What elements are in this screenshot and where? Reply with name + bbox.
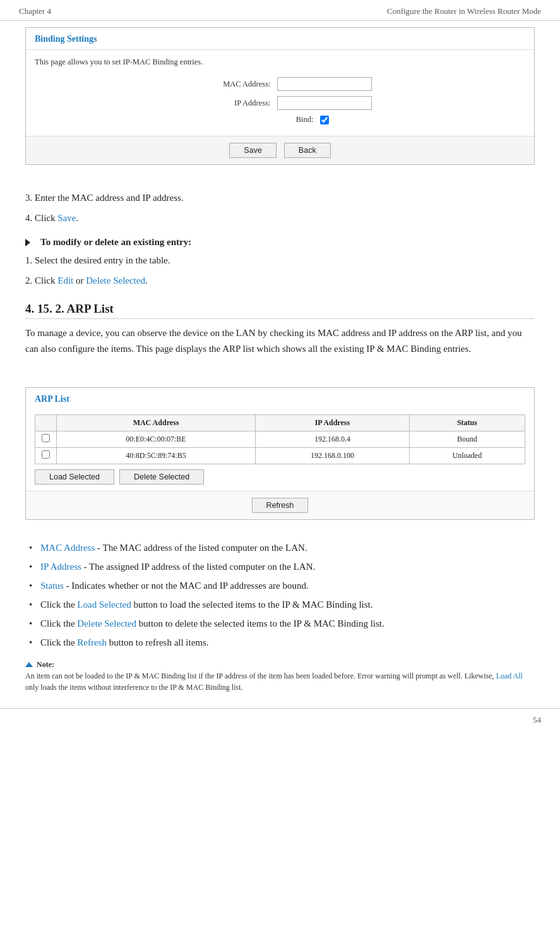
page-header: Chapter 4 Configure the Router in Wirele… bbox=[0, 0, 560, 21]
bullet-link-1: IP Address bbox=[40, 562, 81, 572]
col-status: Status bbox=[409, 414, 525, 431]
bullet-link-3: Load Selected bbox=[77, 599, 131, 610]
arp-list-box: ARP List MAC Address IP Address Status 0… bbox=[25, 387, 535, 520]
chapter-title: Configure the Router in Wireless Router … bbox=[387, 6, 541, 16]
note-section: Note: An item can not be loaded to the I… bbox=[25, 659, 535, 693]
bullet-link-4: Delete Selected bbox=[77, 618, 136, 629]
note-label-text: Note: bbox=[37, 659, 54, 670]
row-checkbox-cell bbox=[35, 447, 57, 464]
bullet-text-3: button to load the selected items to the… bbox=[131, 599, 373, 610]
arp-table: MAC Address IP Address Status 00:E0:4C:0… bbox=[35, 414, 525, 464]
arp-table-row: 00:E0:4C:00:07:BE 192.168.0.4 Bound bbox=[35, 431, 525, 447]
arp-box-footer: Refresh bbox=[26, 491, 534, 519]
bullet-text-5: button to refresh all items. bbox=[107, 637, 209, 647]
bullet-section: MAC Address - The MAC address of the lis… bbox=[0, 531, 560, 695]
col-ip-address: IP Address bbox=[256, 414, 410, 431]
chapter-label: Chapter 4 bbox=[19, 6, 51, 16]
row-status-1: Unloaded bbox=[409, 447, 525, 464]
note-label: Note: bbox=[25, 659, 535, 670]
note-icon bbox=[25, 662, 33, 667]
binding-settings-footer: Save Back bbox=[26, 136, 534, 164]
delete-selected-link[interactable]: Delete Selected bbox=[86, 275, 145, 286]
bullet-text-0: - The MAC address of the listed computer… bbox=[95, 543, 307, 553]
row-checkbox-0[interactable] bbox=[42, 434, 50, 442]
row-ip-1: 192.168.0.100 bbox=[256, 447, 410, 464]
binding-settings-box: Binding Settings This page allows you to… bbox=[25, 27, 535, 165]
binding-form: MAC Address: IP Address: Bind: bbox=[26, 73, 534, 136]
bullet-link-2: Status bbox=[40, 581, 64, 591]
step3-text: 3. Enter the MAC address and IP address. bbox=[25, 190, 535, 205]
binding-settings-desc: This page allows you to set IP-MAC Bindi… bbox=[26, 50, 534, 73]
modify-heading-text: To modify or delete an existing entry: bbox=[40, 237, 191, 248]
page-number: 54 bbox=[533, 715, 541, 725]
row-checkbox-cell bbox=[35, 431, 57, 447]
bullet-text-1: - The assigned IP address of the listed … bbox=[81, 562, 315, 572]
save-button[interactable]: Save bbox=[229, 143, 277, 158]
row-status-0: Bound bbox=[409, 431, 525, 447]
arp-list-title: ARP List bbox=[26, 388, 534, 409]
arp-section-title: 4. 15. 2. ARP List bbox=[25, 302, 535, 319]
modify-step2-mid: or bbox=[73, 275, 86, 286]
bullet-list: MAC Address - The MAC address of the lis… bbox=[38, 540, 535, 650]
load-selected-button[interactable]: Load Selected bbox=[35, 469, 114, 485]
modify-step1: 1. Select the desired entry in the table… bbox=[25, 253, 535, 268]
modify-step2-prefix: 2. Click bbox=[25, 275, 57, 286]
bullet-text-4: button to delete the selected items to t… bbox=[136, 618, 384, 629]
bullet-item-2: Status - Indicates whether or not the MA… bbox=[38, 578, 535, 593]
bind-row: Bind: bbox=[35, 115, 525, 124]
bullet-item-4: Click the Delete Selected button to dele… bbox=[38, 616, 535, 631]
modify-step2: 2. Click Edit or Delete Selected. bbox=[25, 273, 535, 288]
step4-prefix: 4. Click bbox=[25, 213, 57, 223]
row-ip-0: 192.168.0.4 bbox=[256, 431, 410, 447]
bind-label: Bind: bbox=[232, 115, 320, 124]
back-button[interactable]: Back bbox=[284, 143, 331, 158]
row-mac-0: 00:E0:4C:00:07:BE bbox=[57, 431, 256, 447]
bullet-item-3: Click the Load Selected button to load t… bbox=[38, 597, 535, 612]
bullet-prefix-3: Click the bbox=[40, 599, 77, 610]
note-text1: An item can not be loaded to the IP & MA… bbox=[25, 671, 496, 680]
main-content: 3. Enter the MAC address and IP address.… bbox=[0, 178, 560, 378]
section-body: To manage a device, you can observe the … bbox=[25, 325, 535, 357]
modify-heading: To modify or delete an existing entry: bbox=[25, 237, 535, 248]
col-checkbox bbox=[35, 414, 57, 431]
arrow-icon bbox=[25, 239, 30, 246]
delete-selected-button[interactable]: Delete Selected bbox=[119, 469, 204, 485]
arp-table-row: 40:8D:5C:89:74:B5 192.168.0.100 Unloaded bbox=[35, 447, 525, 464]
row-mac-1: 40:8D:5C:89:74:B5 bbox=[57, 447, 256, 464]
mac-address-row: MAC Address: bbox=[35, 77, 525, 91]
step4-save-link[interactable]: Save bbox=[57, 213, 76, 223]
arp-table-wrapper: MAC Address IP Address Status 00:E0:4C:0… bbox=[26, 409, 534, 491]
bullet-link-0: MAC Address bbox=[40, 543, 95, 553]
step4-text: 4. Click Save. bbox=[25, 210, 535, 226]
arp-action-buttons: Load Selected Delete Selected bbox=[35, 469, 525, 485]
refresh-button[interactable]: Refresh bbox=[252, 498, 309, 513]
bullet-prefix-4: Click the bbox=[40, 618, 77, 629]
bullet-prefix-5: Click the bbox=[40, 637, 77, 647]
modify-step2-suffix: . bbox=[145, 275, 148, 286]
mac-address-label: MAC Address: bbox=[189, 80, 277, 89]
step4-suffix: . bbox=[76, 213, 78, 223]
binding-settings-title: Binding Settings bbox=[26, 28, 534, 50]
bind-checkbox[interactable] bbox=[320, 116, 329, 124]
bullet-link-5: Refresh bbox=[77, 637, 107, 647]
ip-address-label: IP Address: bbox=[189, 99, 277, 108]
col-mac-address: MAC Address bbox=[57, 414, 256, 431]
load-all-link[interactable]: Load All bbox=[496, 671, 523, 680]
bullet-text-2: - Indicates whether or not the MAC and I… bbox=[64, 581, 309, 591]
note-text: An item can not be loaded to the IP & MA… bbox=[25, 671, 523, 692]
row-checkbox-1[interactable] bbox=[42, 450, 50, 459]
ip-address-row: IP Address: bbox=[35, 96, 525, 110]
mac-address-input[interactable] bbox=[277, 77, 372, 91]
bullet-item-1: IP Address - The assigned IP address of … bbox=[38, 559, 535, 574]
ip-address-input[interactable] bbox=[277, 96, 372, 110]
bullet-item-5: Click the Refresh button to refresh all … bbox=[38, 635, 535, 650]
note-text2: only loads the items without interferenc… bbox=[25, 683, 243, 692]
edit-link[interactable]: Edit bbox=[57, 275, 73, 286]
arp-table-header-row: MAC Address IP Address Status bbox=[35, 414, 525, 431]
bullet-item-0: MAC Address - The MAC address of the lis… bbox=[38, 540, 535, 555]
page-footer: 54 bbox=[0, 708, 560, 731]
